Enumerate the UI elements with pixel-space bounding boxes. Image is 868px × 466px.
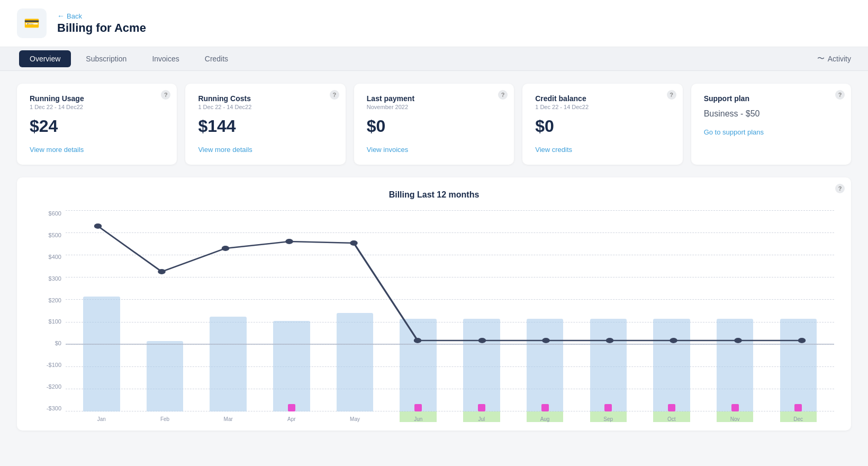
x-label-jan: Jan — [71, 416, 132, 422]
y-label-7: -$100 — [34, 362, 66, 368]
activity-icon: 〜 — [817, 54, 825, 64]
card-last-payment: ? Last payment November 2022 $0 View inv… — [354, 84, 514, 165]
help-icon-support[interactable]: ? — [835, 90, 845, 100]
tab-invoices[interactable]: Invoices — [139, 47, 192, 70]
main-content: ? Running Usage 1 Dec 22 - 14 Dec22 $24 … — [0, 71, 868, 443]
y-label-5: $100 — [34, 318, 66, 325]
card-usage-value: $24 — [30, 116, 164, 136]
card-costs-link[interactable]: View more details — [198, 146, 252, 154]
x-labels: Jan Feb Mar Apr May Jun Jul Aug Sep Oct … — [66, 416, 834, 422]
y-label-9: -$300 — [34, 405, 66, 411]
bar-pink-sep — [604, 404, 612, 411]
bar-blue-aug — [527, 319, 563, 411]
x-label-jul: Jul — [451, 416, 512, 422]
x-label-apr: Apr — [261, 416, 322, 422]
chart-title: Billing Last 12 months — [34, 190, 834, 200]
bar-group-may — [324, 210, 386, 411]
bar-pink-aug — [541, 404, 549, 411]
card-payment-subtitle: November 2022 — [367, 104, 501, 110]
card-costs-title: Running Costs — [198, 94, 332, 103]
tab-subscription[interactable]: Subscription — [73, 47, 139, 70]
card-costs-value: $144 — [198, 116, 332, 136]
help-icon-chart[interactable]: ? — [835, 184, 845, 193]
x-label-may: May — [324, 416, 386, 422]
billing-chart: ? Billing Last 12 months $600 $500 $400 … — [17, 177, 851, 431]
x-label-oct: Oct — [641, 416, 702, 422]
bar-blue-feb — [147, 341, 183, 411]
card-payment-value: $0 — [367, 116, 501, 136]
header-text: ← Back Billing for Acme — [57, 12, 146, 35]
x-label-feb: Feb — [134, 416, 196, 422]
activity-label: Activity — [828, 55, 851, 63]
bar-pink-oct — [668, 404, 675, 411]
bar-blue-dec — [780, 319, 817, 411]
bar-blue-apr — [273, 321, 310, 411]
help-icon-usage[interactable]: ? — [161, 90, 170, 100]
card-usage-title: Running Usage — [30, 94, 164, 103]
bar-group-oct — [641, 210, 702, 411]
nav-bar: Overview Subscription Invoices Credits 〜… — [0, 47, 868, 71]
page-title: Billing for Acme — [57, 21, 146, 35]
bar-group-nov — [704, 210, 766, 411]
bar-blue-may — [337, 313, 373, 411]
y-axis: $600 $500 $400 $300 $200 $100 $0 -$100 -… — [34, 210, 66, 422]
back-link[interactable]: ← Back — [57, 12, 146, 20]
bar-pink-jun — [414, 404, 422, 411]
x-label-dec: Dec — [767, 416, 829, 422]
x-label-mar: Mar — [197, 416, 259, 422]
bar-blue-mar — [210, 317, 246, 411]
back-label: Back — [67, 12, 82, 20]
card-running-costs: ? Running Costs 1 Dec 22 - 14 Dec22 $144… — [185, 84, 345, 165]
card-support-plan-value: Business - $50 — [704, 109, 838, 119]
back-arrow-icon: ← — [57, 12, 65, 20]
bar-group-aug — [514, 210, 576, 411]
y-label-0: $600 — [34, 210, 66, 217]
bar-pink-apr — [288, 404, 295, 411]
y-label-6: $0 — [34, 340, 66, 346]
card-usage-link[interactable]: View more details — [30, 146, 84, 154]
help-icon-costs[interactable]: ? — [330, 90, 339, 100]
help-icon-payment[interactable]: ? — [498, 90, 508, 100]
bar-group-jul — [451, 210, 512, 411]
card-credit-link[interactable]: View credits — [535, 146, 572, 154]
header: 💳 ← Back Billing for Acme — [0, 0, 868, 47]
card-payment-title: Last payment — [367, 94, 501, 103]
y-label-1: $500 — [34, 232, 66, 238]
chart-area: $600 $500 $400 $300 $200 $100 $0 -$100 -… — [34, 210, 834, 422]
bar-group-mar — [197, 210, 259, 411]
card-payment-link[interactable]: View invoices — [367, 146, 409, 154]
bar-blue-jun — [400, 319, 436, 411]
card-support-link[interactable]: Go to support plans — [704, 128, 764, 136]
card-credit-balance: ? Credit balance 1 Dec 22 - 14 Dec22 $0 … — [522, 84, 682, 165]
card-support-plan: ? Support plan Business - $50 Go to supp… — [691, 84, 851, 165]
y-label-2: $400 — [34, 254, 66, 260]
tab-credits[interactable]: Credits — [192, 47, 241, 70]
y-label-4: $200 — [34, 297, 66, 303]
bar-pink-nov — [731, 404, 739, 411]
card-costs-subtitle: 1 Dec 22 - 14 Dec22 — [198, 104, 332, 110]
y-label-8: -$200 — [34, 383, 66, 390]
bar-group-dec — [767, 210, 829, 411]
card-usage-subtitle: 1 Dec 22 - 14 Dec22 — [30, 104, 164, 110]
bar-group-apr — [261, 210, 322, 411]
cards-row: ? Running Usage 1 Dec 22 - 14 Dec22 $24 … — [17, 84, 851, 165]
bar-blue-nov — [717, 319, 753, 411]
tab-overview[interactable]: Overview — [19, 50, 71, 67]
x-label-aug: Aug — [514, 416, 576, 422]
activity-link[interactable]: 〜 Activity — [817, 54, 851, 64]
bar-group-jun — [387, 210, 449, 411]
x-label-sep: Sep — [577, 416, 639, 422]
card-support-title: Support plan — [704, 94, 838, 103]
card-credit-subtitle: 1 Dec 22 - 14 Dec22 — [535, 104, 670, 110]
bar-blue-jul — [463, 319, 500, 411]
billing-icon: 💳 — [17, 8, 47, 38]
bar-pink-dec — [794, 404, 802, 411]
y-label-3: $300 — [34, 275, 66, 282]
bar-blue-oct — [653, 319, 690, 411]
x-label-jun: Jun — [387, 416, 449, 422]
chart-inner: Jan Feb Mar Apr May Jun Jul Aug Sep Oct … — [66, 210, 834, 422]
bar-group-jan — [71, 210, 132, 411]
help-icon-credit[interactable]: ? — [667, 90, 676, 100]
card-credit-title: Credit balance — [535, 94, 670, 103]
bar-group-feb — [134, 210, 196, 411]
